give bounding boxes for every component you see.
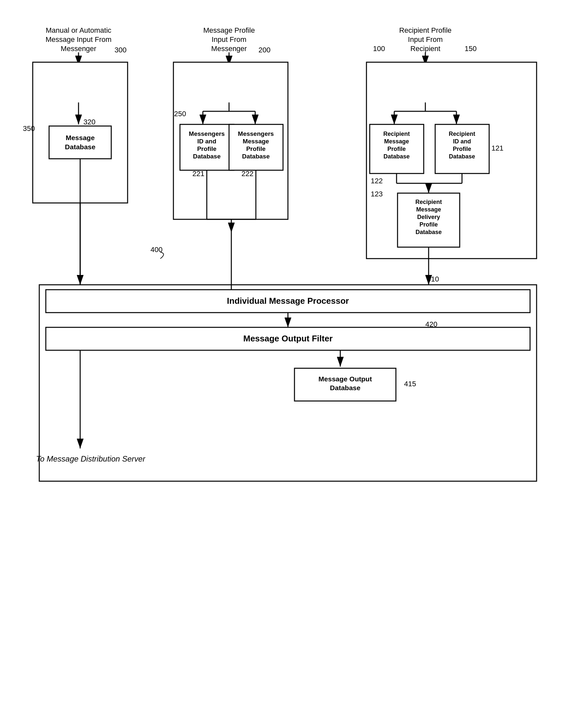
mid-box2-text4: Database <box>242 153 270 160</box>
message-db-box <box>49 126 111 159</box>
num-320: 320 <box>83 118 96 126</box>
mid-box2-text1: Messengers <box>238 130 274 137</box>
right-col-label3: Recipient <box>410 45 441 53</box>
right-col-label2: Input From <box>408 35 443 44</box>
processor-text: Individual Message Processor <box>227 296 349 306</box>
distribution-server-text: To Message Distribution Server <box>36 454 145 463</box>
num-150: 150 <box>464 45 477 53</box>
filter-text: Message Output Filter <box>243 334 332 343</box>
mid-box2-text2: Message <box>243 138 269 145</box>
num-121: 121 <box>491 144 504 152</box>
delivery-db-text4: Profile <box>420 221 438 228</box>
main-diagram-svg: Manual or Automatic Message Input From M… <box>13 23 573 710</box>
right-box1-text3: Profile <box>388 146 406 152</box>
mid-col-label3: Messenger <box>211 45 247 53</box>
mid-box1-text4: Database <box>193 153 221 160</box>
mid-col-label1: Message Profile <box>203 26 255 34</box>
delivery-db-text3: Delivery <box>417 214 440 220</box>
num-123: 123 <box>371 190 383 198</box>
left-col-label2: Message Input From <box>46 35 112 44</box>
right-col-label1: Recipient Profile <box>399 26 452 34</box>
num-415: 415 <box>404 380 416 388</box>
left-col-label: Manual or Automatic <box>46 26 112 34</box>
num-200: 200 <box>259 46 271 54</box>
output-db-text2: Database <box>330 384 360 391</box>
right-box2-text1: Recipient <box>449 131 475 137</box>
delivery-db-text2: Message <box>416 206 441 213</box>
right-box1-text1: Recipient <box>383 131 410 137</box>
right-box2-text3: Profile <box>453 146 471 152</box>
delivery-db-text1: Recipient <box>415 199 442 205</box>
num-122: 122 <box>371 177 383 185</box>
delivery-db-text5: Database <box>416 229 442 235</box>
num-100: 100 <box>373 45 385 53</box>
mid-box2-text3: Profile <box>246 145 265 152</box>
num-250: 250 <box>174 110 186 118</box>
right-box1-text4: Database <box>383 153 410 160</box>
num-300: 300 <box>114 46 127 54</box>
num-410: 410 <box>427 275 439 283</box>
left-col-label3: Messenger <box>61 45 97 53</box>
mid-box1-text1: Messengers <box>189 130 225 137</box>
num-222: 222 <box>241 170 254 178</box>
mid-box1-text3: Profile <box>197 145 216 152</box>
diagram-container: Manual or Automatic Message Input From M… <box>0 0 586 728</box>
right-box2-text2: ID and <box>453 138 471 145</box>
msg-db-text2: Database <box>65 143 95 151</box>
num-221: 221 <box>192 170 205 178</box>
mid-box1-text2: ID and <box>197 138 216 145</box>
right-box1-text2: Message <box>384 138 409 145</box>
right-box2-text4: Database <box>449 153 475 160</box>
num-350: 350 <box>23 124 35 133</box>
output-db-text1: Message Output <box>318 375 372 383</box>
mid-col-label2: Input From <box>212 35 246 44</box>
msg-db-text1: Message <box>66 134 95 141</box>
